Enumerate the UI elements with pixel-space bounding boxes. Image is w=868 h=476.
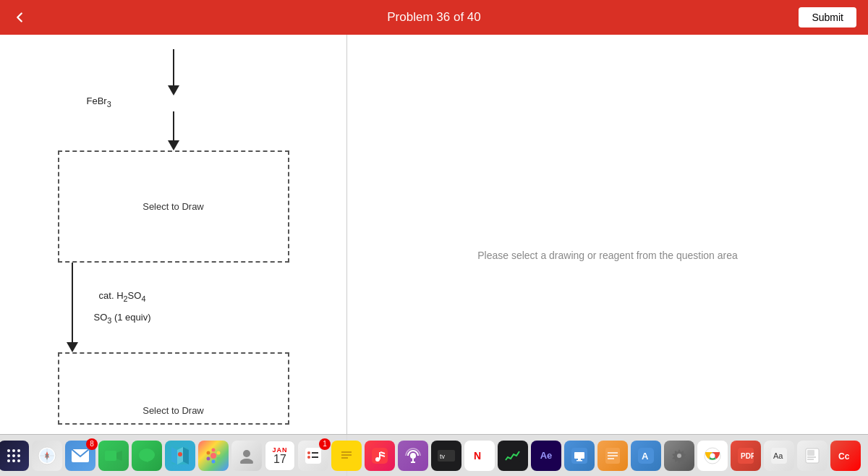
- line-seg-2: [173, 111, 174, 140]
- dock-item-calendar[interactable]: JAN 17: [265, 441, 295, 471]
- svg-point-53: [410, 453, 416, 459]
- dock-item-music[interactable]: [365, 441, 395, 471]
- svg-marker-28: [183, 447, 189, 464]
- svg-point-42: [307, 456, 310, 459]
- dock-item-reminders[interactable]: 1: [298, 441, 328, 471]
- svg-point-12: [12, 459, 15, 462]
- arrowhead-down: [168, 85, 179, 95]
- submit-button[interactable]: Submit: [799, 7, 856, 27]
- dock-item-pdf-expert[interactable]: PDF: [731, 441, 761, 471]
- svg-point-40: [307, 451, 310, 454]
- right-panel-placeholder: Please select a drawing or reagent from …: [477, 250, 738, 261]
- svg-text:Cc: Cc: [838, 451, 850, 461]
- dock-item-messages[interactable]: [132, 441, 162, 471]
- left-panel: FeBr3 Select to Draw cat. H2SO4: [0, 35, 347, 476]
- dock-item-maps[interactable]: [165, 441, 195, 471]
- svg-marker-26: [171, 447, 177, 464]
- draw-box-1[interactable]: Select to Draw: [58, 150, 289, 263]
- dock-item-appstore[interactable]: A: [631, 441, 661, 471]
- mid-arrow-wrapper: cat. H2SO4 SO3 (1 equiv): [58, 263, 289, 352]
- svg-point-6: [12, 449, 15, 452]
- svg-point-38: [240, 459, 253, 464]
- svg-rect-21: [105, 451, 116, 461]
- dock-item-stocks[interactable]: [498, 441, 528, 471]
- svg-point-31: [212, 448, 216, 451]
- top-arrow: [168, 49, 179, 95]
- dock-item-keynote[interactable]: [564, 441, 595, 471]
- svg-marker-22: [116, 451, 122, 461]
- dock-item-after-effects[interactable]: Ae: [531, 441, 561, 471]
- svg-point-11: [7, 459, 10, 462]
- dock: 8 JAN 17 1 tv N: [0, 434, 868, 476]
- dock-item-news[interactable]: N: [464, 441, 495, 471]
- svg-point-30: [210, 453, 216, 459]
- arrowhead-mid: [67, 342, 78, 352]
- reagent-h2so4: cat. H2SO4: [94, 290, 151, 303]
- line-top: [72, 263, 73, 284]
- svg-point-29: [178, 452, 182, 456]
- febr3-container: FeBr3: [58, 95, 289, 111]
- dock-item-facetime[interactable]: [98, 441, 129, 471]
- dock-item-mail[interactable]: 8: [65, 441, 95, 471]
- reagent-so3: SO3 (1 equiv): [94, 312, 151, 325]
- svg-text:tv: tv: [440, 453, 446, 460]
- svg-text:A: A: [642, 451, 649, 462]
- dock-item-safari[interactable]: [32, 441, 62, 471]
- dock-item-launchpad[interactable]: [0, 441, 29, 471]
- svg-text:N: N: [474, 450, 481, 462]
- dock-item-creative-cloud[interactable]: Cc: [830, 441, 861, 471]
- dock-item-podcasts[interactable]: [398, 441, 428, 471]
- line-bot: [72, 284, 73, 342]
- right-panel: Please select a drawing or reagent from …: [347, 35, 868, 476]
- svg-point-35: [207, 456, 210, 460]
- dock-item-dictionary[interactable]: Aa: [764, 441, 794, 471]
- mid-arrow-line: [58, 263, 87, 352]
- dock-item-notes[interactable]: [331, 441, 362, 471]
- problem-title: Problem 36 of 40: [387, 10, 480, 25]
- svg-point-34: [212, 459, 216, 463]
- svg-point-10: [17, 454, 20, 457]
- mid-reagents: cat. H2SO4 SO3 (1 equiv): [87, 263, 151, 352]
- svg-rect-81: [807, 450, 814, 456]
- back-button[interactable]: [12, 9, 27, 25]
- svg-point-13: [17, 459, 20, 462]
- svg-point-36: [207, 451, 210, 454]
- dock-item-contacts[interactable]: [231, 441, 262, 471]
- svg-point-9: [12, 454, 15, 457]
- dock-item-appletv[interactable]: tv: [431, 441, 461, 471]
- svg-rect-39: [305, 448, 321, 464]
- dock-item-pages[interactable]: [597, 441, 628, 471]
- svg-point-32: [217, 451, 221, 454]
- dock-item-system-prefs[interactable]: [664, 441, 694, 471]
- svg-rect-64: [576, 460, 582, 462]
- svg-point-72: [677, 454, 681, 458]
- draw-box-2[interactable]: Select to Draw: [58, 352, 289, 425]
- dock-item-preview[interactable]: [797, 441, 827, 471]
- svg-point-7: [17, 449, 20, 452]
- svg-point-75: [710, 453, 715, 458]
- draw-box-2-label: Select to Draw: [142, 405, 204, 416]
- svg-rect-62: [574, 452, 584, 459]
- dock-item-photos[interactable]: [198, 441, 229, 471]
- reaction-flow: FeBr3 Select to Draw cat. H2SO4: [0, 49, 346, 425]
- svg-point-37: [243, 450, 250, 457]
- svg-text:PDF: PDF: [741, 452, 754, 460]
- arrow-line-segment: [173, 49, 174, 85]
- arrowhead-2: [168, 140, 179, 150]
- draw-box-1-label: Select to Draw: [142, 201, 204, 212]
- header: Problem 36 of 40 Submit: [0, 0, 868, 35]
- svg-rect-50: [379, 452, 380, 459]
- svg-point-5: [7, 449, 10, 452]
- main-content: FeBr3 Select to Draw cat. H2SO4: [0, 35, 868, 476]
- svg-point-33: [217, 456, 221, 460]
- svg-point-8: [7, 454, 10, 457]
- arrow-before-box1: [58, 111, 289, 150]
- febr3-label: FeBr3: [87, 95, 111, 109]
- dock-item-chrome[interactable]: [697, 441, 728, 471]
- svg-text:Aa: Aa: [773, 451, 783, 460]
- svg-rect-44: [339, 449, 354, 463]
